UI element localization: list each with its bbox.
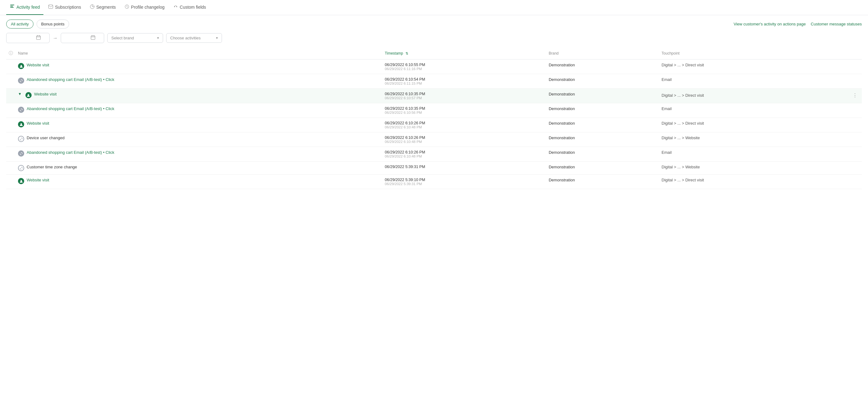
td-timestamp: 06/29/2022 6:10:26 PM 06/29/2022 6:10:48…: [382, 147, 546, 161]
td-timestamp: 06/29/2022 6:10:35 PM 06/29/2022 6:10:57…: [382, 89, 546, 103]
date-to-input[interactable]: [61, 33, 104, 43]
select-brand-chevron-icon: ▾: [157, 36, 159, 40]
app-container: Activity feed Subscriptions Segments: [0, 0, 868, 413]
table-row: Abandoned shopping cart Email (A/B-test)…: [6, 103, 862, 118]
svg-point-6: [174, 6, 175, 7]
tab-profile-changelog-label: Profile changelog: [131, 5, 165, 10]
timestamp-primary: 06/29/2022 6:10:26 PM: [385, 136, 544, 140]
table-row: Customer time zone change 06/29/2022 5:3…: [6, 161, 862, 175]
tab-profile-changelog[interactable]: Profile changelog: [121, 0, 168, 15]
activity-name-link[interactable]: Abandoned shopping cart Email (A/B-test)…: [27, 150, 114, 155]
tab-subscriptions-label: Subscriptions: [55, 5, 81, 10]
message-statuses-link[interactable]: Customer message statuses: [811, 22, 862, 26]
td-info: [6, 103, 16, 118]
td-touchpoint: Digital > ... > Direct visit⋮: [659, 89, 862, 102]
tab-custom-fields[interactable]: Custom fields: [169, 0, 210, 15]
th-name: Name: [16, 48, 382, 60]
row-icon-green: [25, 92, 32, 98]
info-circle-icon: ⓘ: [9, 51, 13, 56]
toolbar-left: All activity Bonus points: [6, 20, 69, 29]
view-activity-link[interactable]: View customer's activity on actions page: [734, 22, 806, 26]
row-icon-green: [18, 178, 24, 184]
touchpoint-text: Digital > ... > Direct visit: [661, 121, 704, 125]
activity-name-link[interactable]: Abandoned shopping cart Email (A/B-test)…: [27, 106, 114, 111]
table-row: Abandoned shopping cart Email (A/B-test)…: [6, 74, 862, 89]
td-brand: Demonstration: [546, 60, 659, 74]
activity-name-link[interactable]: Website visit: [27, 63, 49, 67]
timestamp-sub: 06/29/2022 6:10:56 PM: [385, 111, 544, 114]
th-touchpoint: Touchpoint: [659, 48, 862, 60]
date-from-input[interactable]: [6, 33, 50, 43]
touchpoint-text: Email: [661, 106, 672, 111]
svg-rect-13: [94, 35, 94, 36]
td-info: [6, 147, 16, 161]
touchpoint-text: Digital > ... > Direct visit: [661, 93, 704, 98]
td-brand: Demonstration: [546, 103, 659, 118]
expand-button[interactable]: ▼: [18, 92, 22, 96]
timestamp-primary: 06/29/2022 6:10:26 PM: [385, 150, 544, 154]
toolbar: All activity Bonus points View customer'…: [0, 15, 868, 33]
segments-icon: [90, 4, 95, 10]
touchpoint-text: Email: [661, 77, 672, 82]
date-to-field[interactable]: [64, 36, 89, 40]
touchpoint-text: Digital > ... > Website: [661, 165, 700, 169]
activity-name-link[interactable]: Website visit: [27, 178, 49, 182]
svg-point-20: [21, 180, 22, 181]
calendar-from-icon: [36, 35, 41, 40]
td-brand: Demonstration: [546, 175, 659, 189]
table-row: Abandoned shopping cart Email (A/B-test)…: [6, 147, 862, 161]
td-timestamp: 06/29/2022 5:39:10 PM 06/29/2022 5:39:31…: [382, 175, 546, 189]
timestamp-sub: 06/29/2022 6:10:48 PM: [385, 154, 544, 158]
date-arrow-separator: →: [53, 35, 58, 41]
tab-activity-feed-label: Activity feed: [17, 5, 40, 10]
th-timestamp[interactable]: Timestamp ⇅: [382, 48, 546, 60]
activity-name-link[interactable]: Website visit: [34, 92, 57, 96]
sort-icon: ⇅: [405, 52, 408, 55]
select-brand-dropdown[interactable]: Select brand ▾: [107, 33, 163, 43]
calendar-to-icon: [91, 35, 95, 40]
td-name: ▼ Website visit: [16, 89, 382, 103]
timestamp-primary: 06/29/2022 5:39:31 PM: [385, 165, 544, 169]
more-options-button[interactable]: ⋮: [850, 92, 859, 99]
td-info: [6, 89, 16, 103]
td-name: Website visit: [16, 175, 382, 189]
svg-point-7: [176, 6, 177, 7]
all-activity-button[interactable]: All activity: [6, 20, 33, 29]
tab-segments[interactable]: Segments: [86, 0, 120, 15]
timestamp-primary: 06/29/2022 6:10:26 PM: [385, 121, 544, 125]
tab-custom-fields-label: Custom fields: [180, 5, 206, 10]
table-row: Website visit 06/29/2022 6:10:26 PM 06/2…: [6, 118, 862, 132]
table-wrap: ⓘ Name Timestamp ⇅ Brand Touchpoint Webs: [0, 48, 868, 189]
svg-rect-3: [49, 5, 53, 9]
bonus-points-button[interactable]: Bonus points: [37, 20, 69, 29]
timestamp-primary: 06/29/2022 6:10:35 PM: [385, 92, 544, 96]
custom-fields-icon: [173, 4, 178, 10]
choose-activities-dropdown[interactable]: Choose activities ▾: [166, 33, 222, 43]
activity-feed-icon: [10, 4, 14, 10]
table-row: Website visit 06/29/2022 5:39:10 PM 06/2…: [6, 175, 862, 189]
activity-name-link[interactable]: Abandoned shopping cart Email (A/B-test)…: [27, 77, 114, 82]
td-brand: Demonstration: [546, 118, 659, 132]
activity-table: ⓘ Name Timestamp ⇅ Brand Touchpoint Webs: [6, 48, 862, 189]
tab-subscriptions[interactable]: Subscriptions: [44, 0, 85, 14]
td-timestamp: 06/29/2022 6:10:55 PM 06/29/2022 6:11:16…: [382, 60, 546, 74]
timestamp-sub: 06/29/2022 6:10:48 PM: [385, 140, 544, 144]
date-from-field[interactable]: [10, 36, 34, 40]
td-info: [6, 175, 16, 189]
timestamp-primary: 06/29/2022 6:10:54 PM: [385, 77, 544, 82]
td-name: Customer time zone change: [16, 161, 382, 175]
svg-rect-11: [91, 36, 95, 40]
activity-name-link[interactable]: Website visit: [27, 121, 49, 125]
svg-point-15: [21, 79, 21, 80]
tab-activity-feed[interactable]: Activity feed: [6, 0, 43, 15]
td-info: [6, 132, 16, 147]
td-touchpoint: Digital > ... > Direct visit: [659, 118, 862, 129]
row-icon-gray-outline: [18, 165, 24, 171]
timestamp-sub: 06/29/2022 6:11:16 PM: [385, 67, 544, 71]
row-icon-green: [18, 63, 24, 69]
td-timestamp: 06/29/2022 6:10:54 PM 06/29/2022 6:11:15…: [382, 74, 546, 89]
svg-rect-8: [37, 36, 41, 40]
svg-rect-9: [37, 35, 38, 36]
td-touchpoint: Digital > ... > Direct visit: [659, 60, 862, 70]
td-info: [6, 118, 16, 132]
